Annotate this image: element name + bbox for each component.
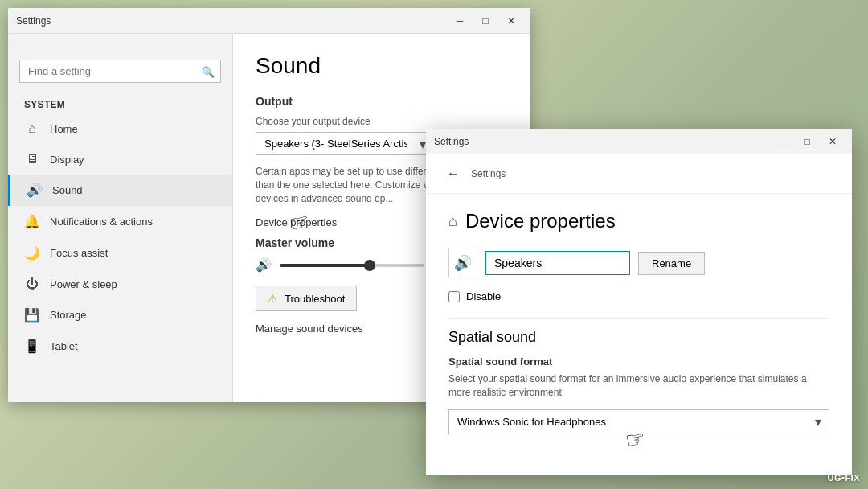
sidebar-item-power[interactable]: ⏻ Power & sleep [8, 269, 232, 299]
output-device-dropdown[interactable]: Speakers (3- SteelSeries Arctis 1... [256, 132, 432, 155]
spatial-dropdown-wrapper: Windows Sonic for Headphones Off Dolby A… [448, 409, 829, 434]
volume-thumb[interactable] [364, 260, 375, 271]
sidebar-item-focus[interactable]: 🌙 Focus assist [8, 237, 232, 269]
spatial-title: Spatial sound [448, 329, 829, 346]
divider [448, 318, 829, 319]
dp-body: ⌂ Device properties 🔊 Rename Disable Spa… [426, 194, 852, 475]
sidebar-item-tablet[interactable]: 📱 Tablet [8, 331, 232, 362]
sidebar-item-label: Notifications & actions [50, 216, 153, 228]
sidebar-item-label: Focus assist [50, 247, 108, 259]
rename-row: 🔊 Rename [448, 249, 829, 277]
close-button[interactable]: ✕ [500, 13, 522, 29]
troubleshoot-button[interactable]: ⚠ Troubleshoot [256, 286, 357, 311]
dp-page-title-text: Device properties [465, 210, 616, 232]
focus-icon: 🌙 [24, 245, 40, 261]
sidebar-item-label: Home [50, 123, 78, 135]
dp-nav-title: Settings [471, 168, 506, 179]
sidebar-item-notifications[interactable]: 🔔 Notifications & actions [8, 206, 232, 237]
sidebar-item-storage[interactable]: 💾 Storage [8, 299, 232, 331]
output-dropdown-wrapper: Speakers (3- SteelSeries Arctis 1... [256, 132, 432, 155]
disable-label: Disable [466, 290, 501, 302]
disable-checkbox[interactable] [448, 291, 460, 302]
minimize-button[interactable]: ─ [448, 13, 471, 29]
spatial-subtitle: Spatial sound format [448, 355, 829, 368]
dp-minimize-button[interactable]: ─ [770, 134, 792, 150]
sidebar-item-display[interactable]: 🖥 Display [8, 144, 232, 175]
troubleshoot-label: Troubleshoot [285, 293, 345, 305]
dp-home-icon: ⌂ [448, 213, 457, 230]
speaker-icon-box: 🔊 [448, 249, 477, 277]
sidebar-item-label: Storage [50, 309, 87, 321]
volume-icon: 🔊 [256, 257, 272, 273]
sidebar-item-label: Display [50, 154, 84, 166]
maximize-button[interactable]: □ [474, 13, 497, 29]
volume-slider[interactable] [280, 264, 424, 267]
disable-row: Disable [448, 290, 829, 302]
dp-nav: ← Settings [426, 154, 852, 194]
warning-icon: ⚠ [268, 292, 278, 305]
dp-window-controls: ─ □ ✕ [770, 134, 844, 150]
sidebar-item-sound[interactable]: 🔊 Sound [8, 175, 232, 206]
spatial-desc: Select your spatial sound format for an … [448, 372, 829, 400]
notifications-icon: 🔔 [24, 214, 40, 229]
sidebar-item-home[interactable]: ⌂ Home [8, 113, 232, 144]
dp-title-bar: Settings ─ □ ✕ [426, 129, 852, 154]
dp-back-button[interactable]: ← [442, 162, 465, 185]
dp-page-title: ⌂ Device properties [448, 210, 829, 232]
sound-icon: 🔊 [27, 183, 43, 198]
sidebar-section-label: System [8, 92, 232, 113]
sidebar-header [8, 34, 232, 53]
search-box: 🔍 [19, 60, 221, 83]
search-input[interactable] [19, 60, 221, 83]
storage-icon: 💾 [24, 307, 40, 323]
display-icon: 🖥 [24, 152, 40, 166]
sidebar-item-label: Sound [52, 184, 83, 196]
title-bar: Settings ─ □ ✕ [8, 8, 530, 34]
speaker-icon: 🔊 [454, 254, 472, 272]
choose-output-label: Choose your output device [256, 116, 508, 127]
page-title: Sound [256, 53, 508, 79]
rename-button[interactable]: Rename [638, 252, 705, 275]
tablet-icon: 📱 [24, 339, 40, 354]
device-name-input[interactable] [485, 251, 630, 275]
dp-window-title: Settings [434, 136, 770, 147]
sidebar-item-label: Power & sleep [50, 278, 117, 290]
sidebar: 🔍 System ⌂ Home 🖥 Display 🔊 Sound 🔔 Noti… [8, 34, 233, 402]
dp-close-button[interactable]: ✕ [821, 134, 844, 150]
output-section-title: Output [256, 95, 508, 108]
sidebar-item-label: Tablet [50, 340, 78, 352]
device-properties-window: Settings ─ □ ✕ ← Settings ⌂ Device prope… [426, 129, 852, 475]
search-icon: 🔍 [202, 65, 215, 77]
dp-maximize-button[interactable]: □ [796, 134, 818, 150]
power-icon: ⏻ [24, 277, 40, 291]
watermark: UG•FIX [828, 473, 860, 483]
home-icon: ⌂ [24, 121, 40, 136]
window-controls: ─ □ ✕ [448, 13, 522, 29]
window-title: Settings [16, 15, 448, 27]
spatial-sound-dropdown[interactable]: Windows Sonic for Headphones Off Dolby A… [448, 409, 829, 434]
